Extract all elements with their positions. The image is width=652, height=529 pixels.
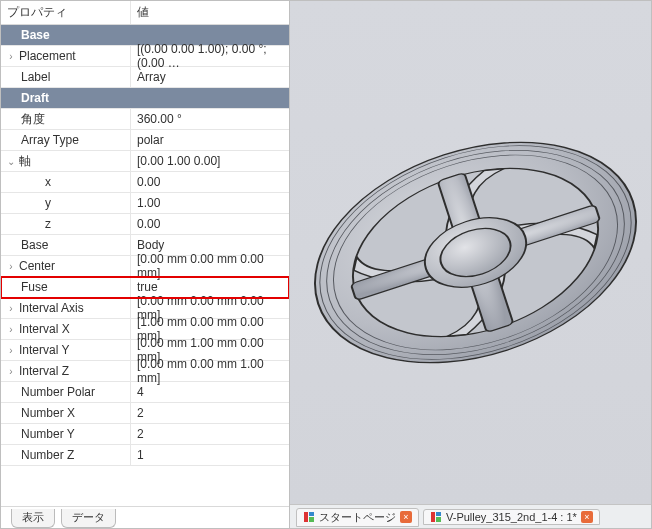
row-numpolar[interactable]: Number Polar 4 — [1, 382, 289, 403]
tab-document-label: V-Pulley_315_2nd_1-4 : 1* — [446, 511, 577, 523]
numz-value[interactable]: 1 — [131, 445, 289, 465]
svg-rect-13 — [436, 512, 441, 516]
intervalz-value[interactable]: [0.00 mm 0.00 mm 1.00 mm] — [131, 361, 289, 381]
row-numy[interactable]: Number Y 2 — [1, 424, 289, 445]
intervaly-label: Interval Y — [19, 343, 69, 357]
angle-label: 角度 — [21, 111, 45, 128]
fuse-value[interactable]: true — [131, 277, 289, 297]
axis-y-label: y — [45, 196, 51, 210]
property-header: プロパティ 値 — [1, 1, 289, 25]
chevron-right-icon[interactable]: › — [5, 366, 17, 377]
tab-start-page[interactable]: スタートページ × — [296, 508, 419, 527]
chevron-right-icon[interactable]: › — [5, 51, 17, 62]
tab-document[interactable]: V-Pulley_315_2nd_1-4 : 1* × — [423, 509, 600, 525]
arraytype-value[interactable]: polar — [131, 130, 289, 150]
axis-x-value[interactable]: 0.00 — [131, 172, 289, 192]
chevron-right-icon[interactable]: › — [5, 303, 17, 314]
row-numx[interactable]: Number X 2 — [1, 403, 289, 424]
chevron-down-icon[interactable]: ⌄ — [5, 156, 17, 167]
center-label: Center — [19, 259, 55, 273]
axis-value[interactable]: [0.00 1.00 0.00] — [131, 151, 289, 171]
numx-value[interactable]: 2 — [131, 403, 289, 423]
fuse-label: Fuse — [21, 280, 48, 294]
row-angle[interactable]: 角度 360.00 ° — [1, 109, 289, 130]
header-value: 値 — [131, 1, 289, 24]
axis-z-value[interactable]: 0.00 — [131, 214, 289, 234]
group-base-label: Base — [21, 28, 50, 42]
freecad-icon — [303, 511, 315, 523]
placement-label: Placement — [19, 49, 76, 63]
base-label: Base — [21, 238, 48, 252]
chevron-right-icon[interactable]: › — [5, 324, 17, 335]
axis-label: 軸 — [19, 153, 31, 170]
svg-rect-12 — [431, 512, 435, 522]
row-fuse[interactable]: Fuse true — [1, 277, 289, 298]
row-label[interactable]: Label Array — [1, 67, 289, 88]
app-root: プロパティ 値 Base ›Placement [(0.00 0.00 1.00… — [0, 0, 652, 529]
row-axis-x[interactable]: x 0.00 — [1, 172, 289, 193]
tab-data[interactable]: データ — [61, 509, 116, 528]
label-value[interactable]: Array — [131, 67, 289, 87]
numpolar-value[interactable]: 4 — [131, 382, 289, 402]
3d-viewport[interactable] — [290, 1, 651, 504]
svg-rect-14 — [436, 517, 441, 522]
center-value[interactable]: [0.00 mm 0.00 mm 0.00 mm] — [131, 256, 289, 276]
svg-rect-9 — [304, 512, 308, 522]
group-draft[interactable]: Draft — [1, 88, 289, 109]
row-numz[interactable]: Number Z 1 — [1, 445, 289, 466]
svg-rect-10 — [309, 512, 314, 516]
numpolar-label: Number Polar — [21, 385, 95, 399]
panel-bottom-tabs: 表示 データ — [1, 506, 289, 528]
numy-label: Number Y — [21, 427, 75, 441]
label-label: Label — [21, 70, 50, 84]
axis-y-value[interactable]: 1.00 — [131, 193, 289, 213]
intervalz-label: Interval Z — [19, 364, 69, 378]
row-intervalz[interactable]: ›Interval Z [0.00 mm 0.00 mm 1.00 mm] — [1, 361, 289, 382]
right-panel: スタートページ × V-Pulley_315_2nd_1-4 : 1* × — [290, 1, 651, 528]
chevron-right-icon[interactable]: › — [5, 261, 17, 272]
numy-value[interactable]: 2 — [131, 424, 289, 444]
axis-z-label: z — [45, 217, 51, 231]
chevron-right-icon[interactable]: › — [5, 345, 17, 356]
axis-x-label: x — [45, 175, 51, 189]
header-property: プロパティ — [1, 1, 131, 24]
numz-label: Number Z — [21, 448, 74, 462]
svg-rect-11 — [309, 517, 314, 522]
row-axis-z[interactable]: z 0.00 — [1, 214, 289, 235]
pulley-render-icon — [290, 1, 651, 504]
row-axis-y[interactable]: y 1.00 — [1, 193, 289, 214]
property-rows: Base ›Placement [(0.00 0.00 1.00); 0.00 … — [1, 25, 289, 506]
tab-view[interactable]: 表示 — [11, 509, 55, 528]
row-placement[interactable]: ›Placement [(0.00 0.00 1.00); 0.00 °; (0… — [1, 46, 289, 67]
angle-value[interactable]: 360.00 ° — [131, 109, 289, 129]
tab-start-label: スタートページ — [319, 510, 396, 525]
close-icon[interactable]: × — [400, 511, 412, 523]
row-center[interactable]: ›Center [0.00 mm 0.00 mm 0.00 mm] — [1, 256, 289, 277]
intervalx-label: Interval X — [19, 322, 70, 336]
group-draft-label: Draft — [21, 91, 49, 105]
freecad-icon — [430, 511, 442, 523]
document-tabs: スタートページ × V-Pulley_315_2nd_1-4 : 1* × — [290, 504, 651, 528]
intervalaxis-label: Interval Axis — [19, 301, 84, 315]
placement-value[interactable]: [(0.00 0.00 1.00); 0.00 °; (0.00 … — [131, 46, 289, 66]
arraytype-label: Array Type — [21, 133, 79, 147]
property-panel: プロパティ 値 Base ›Placement [(0.00 0.00 1.00… — [1, 1, 290, 528]
numx-label: Number X — [21, 406, 75, 420]
row-arraytype[interactable]: Array Type polar — [1, 130, 289, 151]
close-icon[interactable]: × — [581, 511, 593, 523]
row-axis[interactable]: ⌄軸 [0.00 1.00 0.00] — [1, 151, 289, 172]
